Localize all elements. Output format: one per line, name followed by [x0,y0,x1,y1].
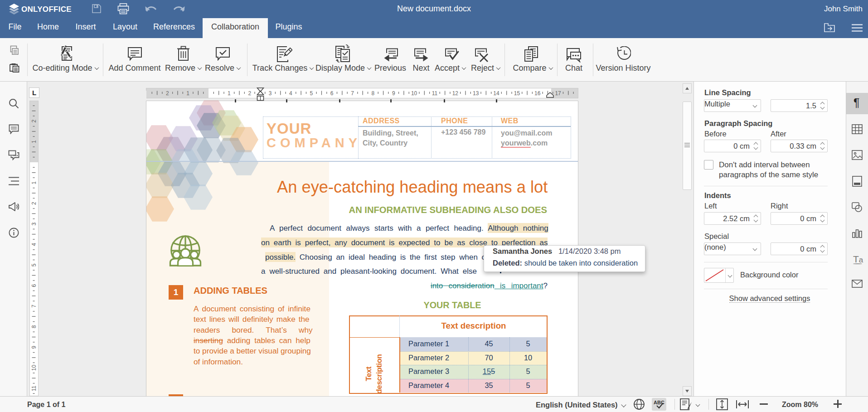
svg-text:11: 11 [31,385,38,391]
svg-text:10: 10 [31,365,38,371]
svg-text:15: 15 [514,90,520,97]
svg-text:10: 10 [411,90,417,97]
svg-text:2: 2 [31,202,38,205]
svg-text:ABC: ABC [654,400,664,405]
svg-text:3: 3 [31,222,38,225]
svg-text:17: 17 [555,90,561,97]
svg-text:5: 5 [31,263,38,267]
svg-text:7: 7 [31,305,38,308]
svg-text:5: 5 [310,90,313,97]
svg-text:1: 1 [31,181,38,184]
svg-text:4: 4 [31,243,38,246]
svg-text:2: 2 [31,120,38,123]
svg-text:14: 14 [493,90,499,97]
svg-text:8: 8 [372,90,375,97]
svg-text:16: 16 [534,90,541,97]
svg-text:9: 9 [31,346,38,349]
svg-text:9: 9 [392,90,395,97]
svg-text:1: 1 [31,140,38,143]
svg-text:7: 7 [351,90,354,97]
svg-text:4: 4 [289,90,292,97]
svg-text:8: 8 [31,325,38,328]
svg-text:6: 6 [330,90,334,97]
svg-text:13: 13 [473,90,479,97]
svg-text:12: 12 [452,90,459,97]
svg-text:11: 11 [432,90,438,97]
svg-text:6: 6 [31,284,38,287]
